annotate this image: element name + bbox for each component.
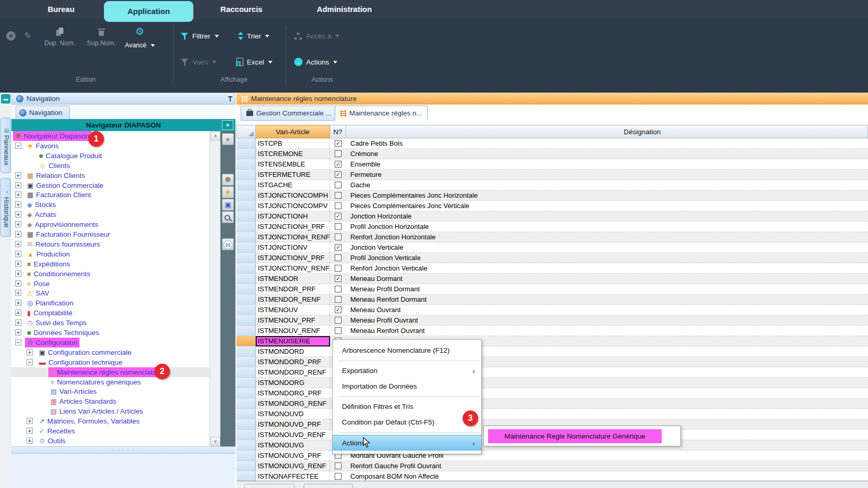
tree-expander-icon[interactable]: + xyxy=(15,251,21,257)
row-header-cell[interactable] xyxy=(236,346,256,357)
row-header-cell[interactable] xyxy=(236,253,256,263)
table-row[interactable]: ISTMONOUVG_PRFMontant Ouvrant Gauche Pro… xyxy=(236,451,868,461)
vari-article-cell[interactable]: ISTMONDORD_PRF xyxy=(256,357,330,367)
table-row[interactable]: ISTMENOUV_RENFMeneau Renfort Ouvrant xyxy=(236,326,868,336)
tree-item[interactable]: +◆Stocks xyxy=(11,200,209,210)
row-header-cell[interactable] xyxy=(236,159,256,170)
tree-item[interactable]: ☺Clients xyxy=(11,161,209,171)
clock-21-icon[interactable]: 21 xyxy=(222,238,234,250)
menu-item-exportation[interactable]: Exportation› xyxy=(333,363,481,379)
tree-item[interactable]: +⚙Outils xyxy=(11,436,209,446)
tree-item[interactable]: ▧Liens Vari Articles / Articles xyxy=(11,406,209,416)
tree-item[interactable]: +✉Retours fournisseurs xyxy=(11,239,209,249)
vari-article-cell[interactable]: ISTJONCTIONV xyxy=(256,242,330,253)
menu-tab-application[interactable]: Application xyxy=(104,1,193,22)
tree-item[interactable]: +▦Relation Clients xyxy=(11,171,209,181)
vari-article-cell[interactable]: ISTMENDOR xyxy=(256,274,330,284)
tree-expander-icon[interactable]: + xyxy=(15,241,21,247)
checkbox[interactable] xyxy=(335,192,341,199)
row-header-cell[interactable] xyxy=(236,263,256,274)
row-header-cell[interactable] xyxy=(236,138,256,149)
tree-item[interactable]: ≡Maintenance régles nomenclature xyxy=(11,367,209,377)
tree-item[interactable]: +◷Suivi des Temps xyxy=(11,318,209,328)
checkbox[interactable]: ✓ xyxy=(335,306,341,313)
row-header-cell[interactable] xyxy=(236,399,256,409)
row-header-cell[interactable] xyxy=(236,315,256,326)
tree-item[interactable]: +■Expéditions xyxy=(11,259,209,269)
row-header-cell[interactable] xyxy=(236,274,256,284)
row-header-cell[interactable] xyxy=(236,190,256,201)
vari-article-cell[interactable]: ISTJONCTIONCOMPH xyxy=(256,190,330,201)
scroll-down-icon[interactable]: ∨ xyxy=(211,437,220,446)
vari-article-cell[interactable]: ISTMONDORG_RENF xyxy=(256,399,330,409)
tab-navigation[interactable]: Navigation xyxy=(16,106,70,119)
vari-article-cell[interactable]: ISTMONOUVG_PRF xyxy=(256,451,330,461)
menu-tab-administration[interactable]: Administration xyxy=(301,0,387,19)
column-header-designation[interactable]: Désignation xyxy=(346,125,868,138)
row-header-cell[interactable] xyxy=(236,419,256,430)
table-row[interactable]: ISTMENOUV✓Meneau Ouvrant xyxy=(236,305,868,315)
row-header-cell[interactable] xyxy=(236,211,256,222)
row-header-cell[interactable] xyxy=(236,149,256,159)
table-row[interactable]: ISTJONCTIONV✓Jonction Verticale xyxy=(236,242,868,253)
vari-article-cell[interactable]: ISTNONAFFECTEE xyxy=(256,471,330,481)
row-header-cell[interactable] xyxy=(236,357,256,367)
vari-article-cell[interactable]: ISTMONDORD xyxy=(256,346,330,357)
tree-item[interactable]: +▮Comptabilité xyxy=(11,308,209,318)
table-row[interactable]: ISTMONDORG_RENF xyxy=(236,399,868,409)
tree-item[interactable]: +◎Planification xyxy=(11,298,209,308)
dup-nom-button[interactable]: Dup. Nom. xyxy=(41,27,79,47)
row-header-cell[interactable] xyxy=(236,232,256,242)
row-header-cell[interactable] xyxy=(236,222,256,232)
checkbox[interactable] xyxy=(335,223,341,230)
tree-item[interactable]: +▲Production xyxy=(11,249,209,259)
vari-article-cell[interactable]: ISTJONCTIONCOMPV xyxy=(256,201,330,211)
checkbox[interactable]: ✓ xyxy=(335,275,341,282)
tree-expander-icon[interactable]: − xyxy=(27,359,33,365)
tree-item[interactable]: +■Conditionnements xyxy=(11,269,209,279)
tab-maintenance-regles[interactable]: Maintenance régles n... xyxy=(335,106,428,121)
tree-item[interactable]: +⚠SAV xyxy=(11,288,209,298)
table-row[interactable]: ISTMENDOR_PRFMeneau Profil Dormant xyxy=(236,284,868,294)
checkbox[interactable]: ✓ xyxy=(335,213,341,220)
vari-article-cell[interactable]: ISTMONDORG xyxy=(256,378,330,388)
column-header-n[interactable]: N? xyxy=(330,125,346,138)
star-icon[interactable]: ★ xyxy=(222,186,234,198)
trier-button[interactable]: Trier xyxy=(238,29,269,43)
vari-article-cell[interactable]: ISTJONCTIONV_RENF xyxy=(256,263,330,274)
avance-button[interactable]: ⚙ Avancé xyxy=(122,26,158,49)
tree-expander-icon[interactable]: + xyxy=(15,310,21,316)
table-row[interactable]: ISTJONCTIONH_RENFRenfort Jonction Horizo… xyxy=(236,232,868,242)
table-row[interactable]: ISTMONOUVD xyxy=(236,409,868,419)
tree-item[interactable]: ☸Navigateur Diapason xyxy=(11,131,209,141)
tree-expander-icon[interactable]: + xyxy=(15,182,21,188)
checkbox[interactable] xyxy=(335,150,341,157)
vari-article-cell[interactable]: ISTCREMONE xyxy=(256,149,330,159)
tree-expander-icon[interactable]: + xyxy=(15,221,21,227)
chevron-down-icon[interactable] xyxy=(268,61,272,63)
row-header-cell[interactable] xyxy=(236,284,256,294)
vari-article-cell[interactable]: ISTJONCTIONH xyxy=(256,211,330,222)
vari-article-cell[interactable]: ISTMENOUV_PRF xyxy=(256,315,330,326)
menu-item-arborescence-nomenclature-f12-[interactable]: Arborescence Nomenclature (F12) xyxy=(333,343,481,358)
table-row[interactable]: ISTJONCTIONV_PRFProfil Jonction Vertical… xyxy=(236,253,868,263)
vari-article-cell[interactable]: ISTMONOUVD xyxy=(256,409,330,419)
row-header-cell[interactable] xyxy=(236,336,256,346)
vari-article-cell[interactable]: ISTMENDOR_RENF xyxy=(256,294,330,305)
tree-expander-icon[interactable]: + xyxy=(15,261,21,267)
table-row[interactable]: ISTCREMONECrémone xyxy=(236,149,868,159)
pin-icon[interactable] xyxy=(228,96,233,103)
table-row[interactable]: ISTMONDORD_RENF xyxy=(236,367,868,378)
tree-expander-icon[interactable]: + xyxy=(15,172,21,178)
checkbox[interactable] xyxy=(335,296,341,303)
table-corner-cell[interactable] xyxy=(236,125,256,138)
vari-article-cell[interactable]: ISTJONCTIONH_PRF xyxy=(256,222,330,232)
tree-item[interactable]: −⚙Configuration xyxy=(11,338,209,348)
vari-article-cell[interactable]: ISTJONCTIONH_RENF xyxy=(256,232,330,242)
monitor-icon[interactable]: ▣ xyxy=(222,199,234,211)
tree-item[interactable]: ■Catalogue Produit xyxy=(11,151,209,161)
menu-item-actions[interactable]: Actions› xyxy=(333,435,481,451)
tree-expander-icon[interactable]: + xyxy=(15,211,21,217)
tree-expander-icon[interactable]: + xyxy=(15,329,21,336)
submenu-item-maintenance-regle[interactable]: Maintenance Regle Nomenclature Générique xyxy=(488,429,662,443)
